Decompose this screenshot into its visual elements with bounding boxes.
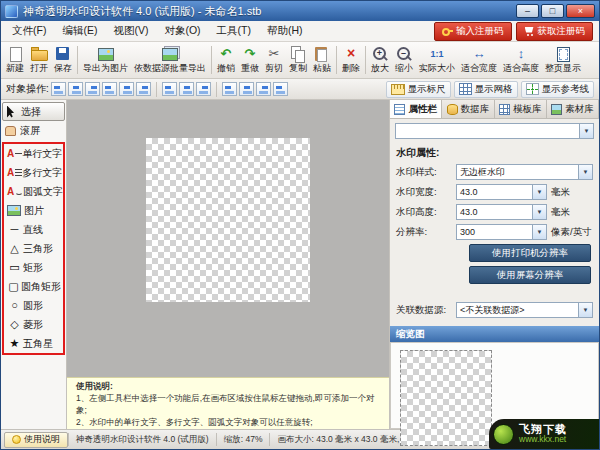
align-right-icon[interactable] — [85, 82, 100, 96]
tool-diamond[interactable]: ◇菱形 — [5, 315, 62, 334]
menu-help[interactable]: 帮助(H) — [259, 21, 311, 41]
tool-single-line-text[interactable]: A单行文字 — [5, 144, 62, 163]
menubar: 文件(F) 编辑(E) 视图(V) 对象(O) 工具(T) 帮助(H) 输入注册… — [1, 21, 599, 42]
use-printer-resolution-button[interactable]: 使用打印机分辨率 — [469, 244, 591, 262]
show-grid-toggle[interactable]: 显示网格 — [454, 81, 518, 98]
thumbnail-section-header: 缩览图 — [390, 326, 599, 342]
equal-size-icon[interactable] — [196, 82, 211, 96]
menu-tools[interactable]: 工具(T) — [209, 21, 259, 41]
menu-edit[interactable]: 编辑(E) — [54, 21, 105, 41]
bring-to-front-icon[interactable] — [256, 82, 271, 96]
align-top-icon[interactable] — [102, 82, 117, 96]
zoom-out-button[interactable]: 缩小 — [392, 43, 416, 77]
tool-arc-text[interactable]: A圆弧文字 — [5, 182, 62, 201]
align-center-h-icon[interactable] — [68, 82, 83, 96]
chevron-down-icon[interactable]: ▼ — [532, 225, 546, 239]
get-register-code-button[interactable]: 获取注册码 — [516, 22, 594, 41]
fit-page-button[interactable]: 整页显示 — [542, 43, 584, 77]
paste-button[interactable]: 粘贴 — [310, 43, 334, 77]
thumbnail-area — [390, 342, 599, 429]
fit-page-icon — [554, 46, 572, 62]
pan-hand-icon — [5, 126, 16, 136]
register-buttons: 输入注册码 获取注册码 — [434, 22, 596, 41]
resolution-dropdown[interactable]: 300 ▼ — [456, 224, 547, 240]
spacer — [390, 286, 599, 300]
datasource-row: 关联数据源: <不关联数据源> ▼ — [390, 300, 599, 320]
send-to-back-icon[interactable] — [273, 82, 288, 96]
menu-file[interactable]: 文件(F) — [4, 21, 54, 41]
equal-height-icon[interactable] — [179, 82, 194, 96]
usage-help-box: 使用说明: 1、左侧工具栏中选择一个功能后,在画布区域按住鼠标左键拖动,即可添加… — [67, 377, 389, 429]
tool-rectangle[interactable]: ▭矩形 — [5, 258, 62, 277]
chevron-down-icon[interactable]: ▼ — [578, 165, 592, 179]
export-image-button[interactable]: 导出为图片 — [80, 43, 131, 77]
fit-width-button[interactable]: ↔适合宽度 — [458, 43, 500, 77]
delete-button[interactable]: ×删除 — [339, 43, 363, 77]
tab-templates[interactable]: 模板库 — [495, 100, 547, 118]
save-button[interactable]: 保存 — [51, 43, 75, 77]
usage-help-line: 1、左侧工具栏中选择一个功能后,在画布区域按住鼠标左键拖动,即可添加一个对象; — [76, 393, 380, 417]
single-line-text-icon: A — [6, 148, 22, 159]
tool-multi-line-text[interactable]: A多行文字 — [5, 163, 62, 182]
tool-line[interactable]: ─直线 — [5, 220, 62, 239]
right-panel-tabs: 属性栏 数据库 模板库 素材库 — [390, 100, 599, 119]
line-icon: ─ — [6, 221, 23, 238]
align-middle-v-icon[interactable] — [119, 82, 134, 96]
maximize-button[interactable]: □ — [541, 4, 564, 18]
window-title: 神奇透明水印设计软件 4.0 (试用版) - 未命名1.stb — [23, 4, 514, 19]
watermark-width-input[interactable]: 43.0 ▼ — [456, 184, 547, 200]
usage-help-line: 2、水印中的单行文字、多行文字、圆弧文字对象可以任意旋转; — [76, 417, 380, 429]
zoom-in-button[interactable]: 放大 — [368, 43, 392, 77]
batch-export-icon — [161, 46, 179, 62]
menu-view[interactable]: 视图(V) — [105, 21, 156, 41]
cut-button[interactable]: ✂剪切 — [262, 43, 286, 77]
new-button[interactable]: 新建 — [3, 43, 27, 77]
space-horizontal-icon[interactable] — [222, 82, 237, 96]
minimize-button[interactable]: – — [516, 4, 539, 18]
tool-pan[interactable]: 滚屏 — [2, 121, 65, 140]
object-selector-dropdown[interactable]: ▼ — [395, 123, 594, 139]
tool-triangle[interactable]: △三角形 — [5, 239, 62, 258]
tool-circle[interactable]: ○圆形 — [5, 296, 62, 315]
align-bottom-icon[interactable] — [136, 82, 151, 96]
usage-help-button[interactable]: 使用说明 — [4, 432, 68, 448]
batch-export-button[interactable]: 依数据源批量导出 — [131, 43, 209, 77]
tool-select[interactable]: 选择 — [2, 102, 65, 121]
tab-database[interactable]: 数据库 — [442, 100, 494, 118]
fit-height-button[interactable]: ↕适合高度 — [500, 43, 542, 77]
copy-button[interactable]: 复制 — [286, 43, 310, 77]
watermark-canvas[interactable] — [146, 138, 310, 302]
tool-star[interactable]: ★五角星 — [5, 334, 62, 353]
save-disk-icon — [54, 46, 72, 62]
space-vertical-icon[interactable] — [239, 82, 254, 96]
open-button[interactable]: 打开 — [27, 43, 51, 77]
equal-width-icon[interactable] — [162, 82, 177, 96]
chevron-down-icon[interactable]: ▼ — [532, 185, 546, 199]
show-guides-toggle[interactable]: 显示参考线 — [521, 81, 595, 98]
actual-size-button[interactable]: 1:1实际大小 — [416, 43, 458, 77]
tab-materials[interactable]: 素材库 — [547, 100, 599, 118]
chevron-down-icon[interactable]: ▼ — [532, 205, 546, 219]
use-screen-resolution-button[interactable]: 使用屏幕分辨率 — [469, 266, 591, 284]
redo-icon: ↷ — [241, 46, 259, 62]
undo-button[interactable]: ↶撤销 — [214, 43, 238, 77]
enter-register-code-button[interactable]: 输入注册码 — [434, 22, 512, 41]
chevron-down-icon[interactable]: ▼ — [578, 303, 592, 317]
view-toggles: 显示标尺 显示网格 显示参考线 — [386, 81, 595, 98]
watermark-width-row: 水印宽度: 43.0 ▼ 毫米 — [390, 182, 599, 202]
menu-object[interactable]: 对象(O) — [156, 21, 208, 41]
watermark-height-input[interactable]: 43.0 ▼ — [456, 204, 547, 220]
redo-button[interactable]: ↷重做 — [238, 43, 262, 77]
diamond-icon: ◇ — [6, 316, 23, 333]
bird-logo-icon — [493, 424, 514, 445]
tool-image[interactable]: 图片 — [5, 201, 62, 220]
show-ruler-toggle[interactable]: 显示标尺 — [386, 81, 451, 98]
chevron-down-icon[interactable]: ▼ — [579, 124, 593, 138]
close-button[interactable]: × — [566, 4, 595, 18]
align-left-icon[interactable] — [51, 82, 66, 96]
tool-rounded-rectangle[interactable]: ▢圆角矩形 — [5, 277, 62, 296]
tab-properties[interactable]: 属性栏 — [390, 100, 442, 118]
watermark-style-dropdown[interactable]: 无边框水印 ▼ — [456, 164, 593, 180]
resolution-row: 分辨率: 300 ▼ 像素/英寸 — [390, 222, 599, 242]
datasource-dropdown[interactable]: <不关联数据源> ▼ — [456, 302, 593, 318]
